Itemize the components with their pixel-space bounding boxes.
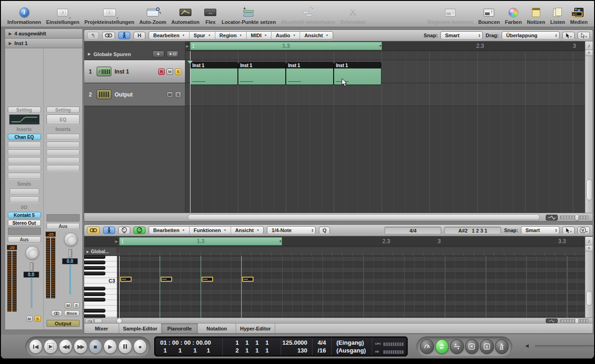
zoom-slider-thumb[interactable] [575, 215, 579, 221]
horizontal-scrollbar[interactable] [84, 213, 593, 221]
link-button[interactable] [102, 32, 115, 40]
insert-slot[interactable] [8, 149, 41, 156]
piano-black-key[interactable] [84, 255, 105, 259]
midi-thru-button[interactable] [118, 32, 130, 40]
eq-thumbnail[interactable] [9, 114, 40, 125]
menu-audio[interactable]: Audio▼ [272, 32, 300, 39]
vertical-scrollbar[interactable]: ♪ ▾ [585, 237, 593, 323]
midi-in-button[interactable]: IN [118, 227, 130, 234]
global-tracks-row[interactable]: ▶ Globale Spuren + + [84, 48, 185, 60]
zoom-slider[interactable] [560, 216, 589, 219]
setting-button[interactable]: Setting [46, 107, 80, 113]
menu-midi[interactable]: MIDI▼ [247, 32, 272, 39]
insert-slot-chan-eq[interactable]: Chan EQ [8, 134, 41, 140]
toolbar-abschnitt-wiederholen[interactable]: ↷ Abschnitt wiederholen [281, 6, 335, 25]
lcd-tempo-section[interactable]: 125.0000130 [281, 338, 312, 355]
lcd-signature-section[interactable]: 4/4/16 [312, 338, 332, 355]
send-slot[interactable] [10, 188, 39, 195]
region-inst1[interactable]: Inst 1 [286, 62, 334, 85]
tab-sample-editor[interactable]: Sample-Editor [119, 324, 162, 333]
duplicate-track-button[interactable]: + [167, 51, 179, 57]
solo-mode-button[interactable]: S [480, 339, 494, 354]
region-inst1[interactable]: Inst 1 [238, 62, 286, 85]
piano-black-key[interactable] [84, 261, 105, 264]
quantize-dropdown[interactable]: 1/4-Note ▲▼ [267, 226, 316, 234]
snap-dropdown[interactable]: Smart ▲▼ [440, 31, 483, 40]
play-from-selection-button[interactable]: ▶ [44, 339, 57, 354]
insert-slot[interactable] [8, 142, 41, 148]
go-to-beginning-button[interactable]: ◀ [29, 339, 42, 354]
solo-button[interactable]: S [175, 68, 181, 75]
toolbar-auto-zoom[interactable]: Auto-Zoom [139, 6, 167, 25]
metronome-button[interactable] [495, 339, 509, 354]
forward-button[interactable]: ▶▶ [74, 339, 87, 354]
insert-slot[interactable] [46, 157, 80, 164]
piano-roll-ruler[interactable]: ▶ 1 1.3 ◂ 2.3 3 3.3 [84, 237, 585, 246]
menu-ansicht[interactable]: Ansicht▼ [300, 32, 332, 39]
velocity-tool-button[interactable]: V ▾ [578, 227, 590, 234]
send-slot[interactable] [10, 196, 39, 203]
insert-slot[interactable] [46, 134, 80, 140]
instrument-slot[interactable]: Kontakt 5 [8, 212, 41, 218]
playhead[interactable] [119, 256, 120, 318]
toolbar-notizen[interactable]: Notizen [527, 6, 545, 25]
arrange-canvas[interactable]: ▶ 1 1.3 ◂ 2.3 3 Inst 1 [185, 41, 585, 213]
lcd-position-section[interactable]: 1 1 1 12 1 1 1 [223, 338, 281, 355]
note-position-field[interactable]: A#2 1 2 3 1 [444, 227, 501, 234]
fader-track[interactable] [69, 265, 71, 294]
volume-value[interactable]: 0.0 [23, 272, 39, 278]
track-inspector-header[interactable]: ▶ Inst 1 [5, 39, 82, 48]
solo-button[interactable]: S [35, 316, 41, 322]
toolbar-bouncen[interactable]: ↑ Bouncen [478, 6, 500, 25]
drag-dropdown[interactable]: Überlappung ▲▼ [502, 31, 560, 40]
toolbar-locator-punkte-setzen[interactable]: + Locator-Punkte setzen [221, 6, 276, 25]
toolbar-regionen-bouncen[interactable]: ↓ Regionen bouncen [427, 6, 473, 25]
cycle-button[interactable] [435, 339, 449, 354]
region-inst1[interactable]: Inst 1 [334, 62, 381, 85]
link-button[interactable] [87, 227, 100, 234]
automation-mode-button[interactable]: Aus [46, 223, 80, 229]
pan-knob[interactable] [64, 233, 78, 246]
fader-cap[interactable] [69, 249, 72, 257]
mute-button[interactable]: M [65, 302, 71, 308]
rewind-button[interactable]: ◀◀ [59, 339, 72, 354]
time-signature-field[interactable]: 4/4 [384, 227, 441, 234]
selection-header[interactable]: ▶ 4 ausgewählt [5, 29, 82, 39]
piano-keyboard[interactable]: C3 [84, 256, 117, 318]
speaker-low-icon[interactable] [526, 343, 531, 349]
toolbar-farben[interactable]: Farben [505, 6, 522, 25]
tab-hyper-editor[interactable]: Hyper-Editor [236, 324, 275, 333]
toolbar-automation[interactable]: Automation [171, 6, 199, 25]
mute-button[interactable]: M [167, 68, 173, 75]
cycle-region[interactable]: 1 1.3 ◂ [190, 42, 382, 50]
eq-button[interactable]: EQ [46, 114, 80, 125]
toolbar-medien[interactable]: ♪ Medien [570, 6, 588, 25]
midi-note[interactable] [161, 277, 172, 282]
toolbar-flex[interactable]: ↔ Flex [204, 6, 216, 25]
catch-playhead-button[interactable]: ♪ [585, 41, 593, 50]
scroll-down-button[interactable]: ▾ [585, 50, 593, 56]
bounce-button[interactable]: Bnce [64, 310, 80, 316]
fader-cap[interactable] [30, 262, 34, 271]
solo-button[interactable]: S [175, 91, 181, 98]
pause-button[interactable] [118, 339, 132, 354]
insert-slot[interactable] [8, 157, 41, 164]
secondary-tool-button[interactable]: ▾ [578, 32, 590, 40]
insert-slot[interactable] [8, 173, 41, 179]
bar-ruler[interactable]: ▶ 1 1.3 ◂ 2.3 3 [185, 41, 585, 51]
cycle-region[interactable]: 1 1.3 ◂ [119, 237, 282, 245]
zoom-slider[interactable] [560, 319, 589, 323]
play-button[interactable]: ▶ [104, 339, 117, 354]
midi-thru-button[interactable] [103, 227, 115, 234]
mute-button[interactable]: M [167, 91, 173, 98]
channel-name-label[interactable]: Output [46, 320, 80, 327]
add-track-button[interactable]: + [152, 51, 164, 57]
midi-note[interactable] [202, 277, 213, 282]
waveform-zoom-button[interactable] [546, 215, 558, 221]
group-slot[interactable] [8, 228, 41, 235]
menu-bearbeiten[interactable]: Bearbeiten▼ [149, 32, 190, 39]
volume-slider[interactable] [535, 345, 594, 347]
track-row-output[interactable]: 2 Output M S [84, 83, 185, 106]
snap-dropdown[interactable]: Smart ▲▼ [521, 226, 560, 234]
insert-slot[interactable] [46, 142, 80, 148]
